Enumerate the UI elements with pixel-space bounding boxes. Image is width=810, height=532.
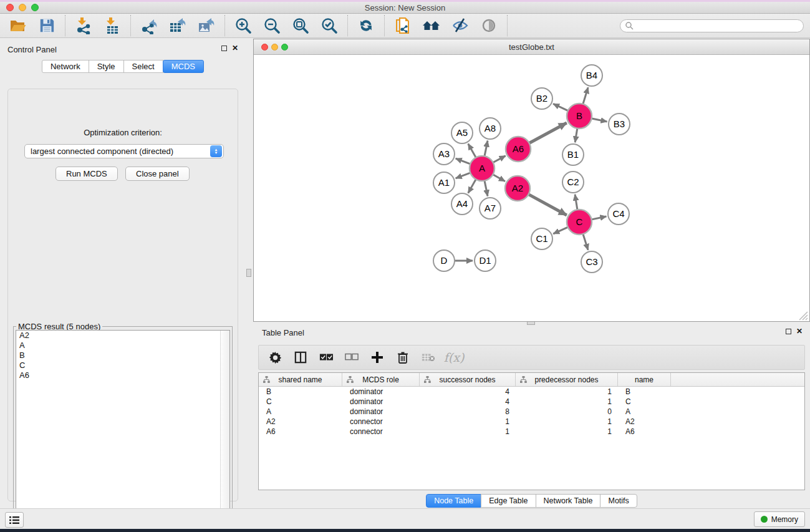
close-panel-icon[interactable]: ✕ (232, 45, 238, 51)
edge-B-B3[interactable] (591, 118, 607, 122)
column-header-name[interactable]: name (618, 373, 671, 386)
edge-C-C2[interactable] (575, 195, 577, 211)
cell-MCDS-role[interactable]: connector (342, 417, 420, 426)
tab-edge-table[interactable]: Edge Table (481, 494, 536, 508)
close-table-panel-icon[interactable]: ✕ (796, 328, 803, 334)
vertical-splitter-handle[interactable] (246, 269, 251, 277)
result-item[interactable]: A2 (16, 331, 229, 341)
cell-shared-name[interactable]: A2 (259, 417, 342, 426)
select-all-icon[interactable] (319, 350, 334, 365)
birds-eye-view-icon[interactable] (480, 16, 498, 35)
cell-name[interactable]: B (618, 387, 671, 396)
zoom-in-icon[interactable] (234, 16, 253, 35)
open-file-icon[interactable] (9, 16, 27, 35)
mcds-result-list[interactable]: A2ABCA6 (16, 330, 230, 532)
node-B4[interactable]: B4 (581, 65, 602, 86)
column-header-MCDS-role[interactable]: MCDS role (342, 373, 420, 386)
tab-style[interactable]: Style (89, 60, 124, 73)
float-panel-icon[interactable] (221, 46, 227, 51)
tab-select[interactable]: Select (123, 60, 163, 73)
edge-C-C3[interactable] (582, 233, 588, 250)
edge-A-A4[interactable] (468, 178, 476, 193)
edge-A-A1[interactable] (456, 172, 471, 178)
edge-A-A6[interactable] (492, 156, 506, 163)
cell-name[interactable]: A6 (618, 427, 671, 436)
zoom-out-icon[interactable] (263, 16, 281, 35)
column-header-successor-nodes[interactable]: successor nodes (420, 373, 516, 386)
cell-predecessor-nodes[interactable]: 1 (516, 417, 618, 426)
tab-motifs[interactable]: Motifs (600, 494, 637, 508)
tab-node-table[interactable]: Node Table (426, 494, 481, 508)
result-item[interactable]: C (16, 360, 229, 370)
criterion-dropdown[interactable]: largest connected component (directed) ▲… (24, 144, 224, 158)
resize-grip-icon[interactable] (799, 312, 808, 320)
show-columns-icon[interactable] (293, 350, 308, 365)
network-window-titlebar[interactable]: testGlobe.txt (254, 39, 809, 55)
save-session-icon[interactable] (37, 16, 56, 35)
cell-predecessor-nodes[interactable]: 1 (516, 387, 618, 396)
cell-name[interactable]: A2 (618, 417, 671, 426)
edge-A6-B[interactable] (528, 123, 567, 143)
export-table-icon[interactable] (168, 16, 187, 35)
node-C[interactable]: C (567, 210, 592, 235)
cell-MCDS-role[interactable]: connector (342, 427, 420, 436)
add-row-icon[interactable] (370, 350, 385, 365)
node-A8[interactable]: A8 (480, 118, 501, 139)
cell-successor-nodes[interactable]: 4 (420, 387, 516, 396)
import-table-icon[interactable] (103, 16, 122, 35)
cell-successor-nodes[interactable]: 1 (420, 427, 516, 436)
edge-A2-C[interactable] (528, 194, 567, 215)
table-row[interactable]: Adominator80A (259, 407, 804, 417)
edge-B-B2[interactable] (553, 104, 569, 111)
cell-predecessor-nodes[interactable]: 1 (516, 397, 618, 406)
node-A6[interactable]: A6 (506, 137, 531, 162)
node-A2[interactable]: A2 (505, 176, 530, 201)
close-panel-button[interactable]: Close panel (125, 167, 190, 181)
tab-network[interactable]: Network (42, 60, 89, 73)
tab-mcds[interactable]: MCDS (163, 60, 204, 73)
cell-shared-name[interactable]: A6 (259, 427, 342, 436)
tab-network-table[interactable]: Network Table (536, 494, 601, 508)
node-A3[interactable]: A3 (433, 143, 455, 165)
node-C2[interactable]: C2 (562, 172, 584, 193)
result-item[interactable]: B (16, 351, 229, 360)
cell-shared-name[interactable]: B (259, 387, 342, 396)
node-table[interactable]: shared nameMCDS rolesuccessor nodesprede… (258, 372, 805, 490)
function-builder-icon[interactable]: f(x) (446, 350, 461, 365)
cell-successor-nodes[interactable]: 8 (420, 407, 516, 416)
edge-C-C1[interactable] (553, 226, 569, 233)
home-icon[interactable] (422, 16, 441, 35)
table-row[interactable]: Bdominator41B (259, 387, 804, 397)
export-network-icon[interactable] (140, 16, 158, 35)
column-header-shared-name[interactable]: shared name (259, 373, 342, 386)
node-A5[interactable]: A5 (451, 122, 473, 143)
node-A7[interactable]: A7 (480, 198, 501, 219)
column-header-predecessor-nodes[interactable]: predecessor nodes (516, 373, 618, 386)
network-canvas[interactable]: A5A8A3A1A4A7B2B4B3B1C2C4C1C3DD1AA6A2BC (254, 56, 809, 321)
edge-B-B1[interactable] (575, 127, 577, 142)
node-A[interactable]: A (470, 156, 494, 181)
cell-MCDS-role[interactable]: dominator (342, 397, 420, 406)
node-A4[interactable]: A4 (451, 193, 473, 215)
cell-successor-nodes[interactable]: 4 (420, 397, 516, 406)
gear-icon[interactable] (268, 350, 282, 365)
float-table-panel-icon[interactable] (786, 329, 791, 334)
network-graph[interactable]: A5A8A3A1A4A7B2B4B3B1C2C4C1C3DD1AA6A2BC (254, 56, 809, 321)
memory-button[interactable]: Memory (754, 511, 805, 527)
clipboard-network-icon[interactable] (393, 16, 412, 35)
run-mcds-button[interactable]: Run MCDS (55, 167, 118, 181)
node-A1[interactable]: A1 (433, 172, 455, 193)
edge-A-A7[interactable] (485, 180, 488, 196)
node-C3[interactable]: C3 (581, 251, 602, 273)
node-C1[interactable]: C1 (531, 228, 552, 249)
table-row[interactable]: Cdominator41C (259, 397, 804, 407)
table-row[interactable]: A6connector11A6 (259, 427, 804, 437)
result-item[interactable]: A6 (16, 370, 229, 380)
cell-MCDS-role[interactable]: dominator (342, 407, 420, 416)
import-network-icon[interactable] (74, 16, 93, 35)
node-B1[interactable]: B1 (562, 144, 584, 165)
result-list-scrollbar[interactable] (220, 331, 229, 532)
cell-successor-nodes[interactable]: 1 (420, 417, 516, 426)
edge-A-A5[interactable] (468, 143, 476, 158)
result-item[interactable]: A (16, 341, 229, 351)
